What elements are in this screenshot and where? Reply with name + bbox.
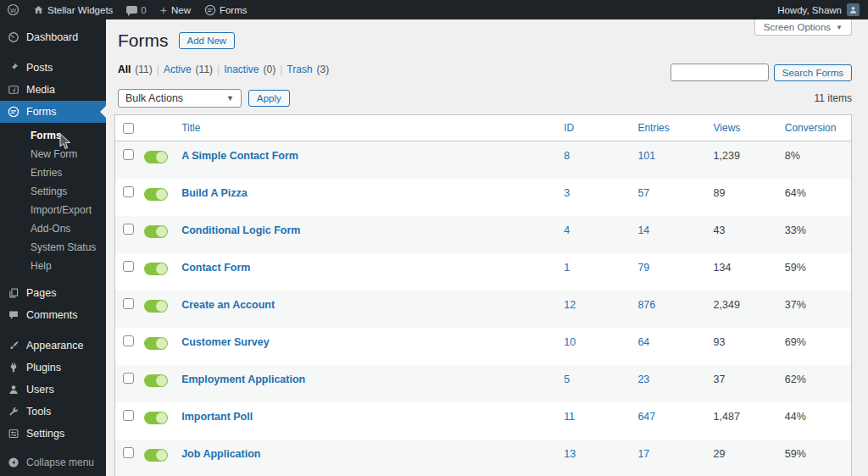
wrench-icon xyxy=(7,406,19,418)
row-checkbox[interactable] xyxy=(123,373,134,384)
site-name-menu[interactable]: Stellar Widgets xyxy=(26,0,120,19)
form-title-link[interactable]: Create an Account xyxy=(175,291,555,328)
form-id-link[interactable]: 4 xyxy=(564,224,570,236)
form-entries-link[interactable]: 23 xyxy=(637,374,649,385)
form-entries-link[interactable]: 64 xyxy=(637,336,649,348)
form-active-toggle[interactable] xyxy=(144,151,168,163)
screen-options-button[interactable]: Screen Options ▼ xyxy=(754,19,852,36)
row-checkbox[interactable] xyxy=(123,447,134,458)
column-header-entries[interactable]: Entries xyxy=(627,115,702,141)
form-id-link[interactable]: 11 xyxy=(564,411,575,423)
sidebar-item-plugins[interactable]: Plugins xyxy=(0,357,106,379)
form-active-toggle[interactable] xyxy=(144,374,168,387)
admin-bar: W Stellar Widgets 0 + New Forms Howdy, S… xyxy=(0,0,868,19)
sidebar-item-label: Media xyxy=(26,84,55,96)
sidebar-item-comments[interactable]: Comments xyxy=(0,304,106,326)
wordpress-logo-icon: W xyxy=(7,3,19,16)
search-input[interactable] xyxy=(670,64,769,81)
apply-button[interactable]: Apply xyxy=(248,90,290,107)
collapse-menu-button[interactable]: Collapse menu xyxy=(0,451,106,473)
sidebar-item-media[interactable]: Media xyxy=(0,79,106,101)
form-active-toggle[interactable] xyxy=(144,449,168,462)
sidebar-item-label: Comments xyxy=(26,309,77,321)
submenu-item-new-form[interactable]: New Form xyxy=(0,145,106,163)
row-checkbox[interactable] xyxy=(123,149,134,160)
select-all-checkbox[interactable] xyxy=(123,123,134,134)
form-id-link[interactable]: 13 xyxy=(564,448,576,460)
form-id-link[interactable]: 12 xyxy=(564,299,576,311)
new-content-menu[interactable]: + New xyxy=(153,0,198,19)
sidebar-item-users[interactable]: Users xyxy=(0,379,106,401)
sidebar-item-label: Forms xyxy=(26,106,56,118)
row-checkbox[interactable] xyxy=(123,261,134,272)
row-checkbox[interactable] xyxy=(123,410,134,421)
filter-all[interactable]: All xyxy=(118,64,131,75)
comment-bubble-icon xyxy=(126,6,137,14)
form-active-toggle[interactable] xyxy=(144,300,168,313)
form-id-link[interactable]: 10 xyxy=(564,336,576,348)
account-menu[interactable]: Howdy, Shawn xyxy=(769,3,868,16)
column-header-views[interactable]: Views xyxy=(703,115,774,141)
submenu-item-add-ons[interactable]: Add-Ons xyxy=(0,219,106,238)
row-checkbox[interactable] xyxy=(123,186,134,197)
items-count: 11 items xyxy=(815,92,852,104)
form-title-link[interactable]: Important Poll xyxy=(175,402,555,440)
row-checkbox[interactable] xyxy=(123,298,134,309)
form-id-link[interactable]: 5 xyxy=(564,374,570,385)
filter-trash[interactable]: Trash xyxy=(287,64,312,75)
form-title-link[interactable]: Job Application xyxy=(175,440,555,476)
page-title: Forms xyxy=(118,30,169,51)
form-title-link[interactable]: Conditional Logic Form xyxy=(175,216,555,253)
sidebar-item-posts[interactable]: Posts xyxy=(0,57,106,79)
form-entries-link[interactable]: 17 xyxy=(637,448,649,460)
form-entries-link[interactable]: 79 xyxy=(637,262,649,274)
sidebar-item-forms[interactable]: Forms xyxy=(0,101,106,123)
add-new-button[interactable]: Add New xyxy=(179,32,236,49)
search-forms-button[interactable]: Search Forms xyxy=(774,64,852,81)
sidebar-item-settings[interactable]: Settings xyxy=(0,423,106,445)
form-active-toggle[interactable] xyxy=(144,188,168,201)
form-title-link[interactable]: Contact Form xyxy=(175,253,555,291)
sidebar-item-appearance[interactable]: Appearance xyxy=(0,335,106,357)
form-id-link[interactable]: 3 xyxy=(564,187,570,199)
wordpress-logo[interactable]: W xyxy=(0,0,26,19)
submenu-item-system-status[interactable]: System Status xyxy=(0,238,106,257)
sidebar-item-tools[interactable]: Tools xyxy=(0,401,106,423)
form-entries-link[interactable]: 57 xyxy=(637,187,649,199)
submenu-item-help[interactable]: Help xyxy=(0,257,106,275)
form-active-toggle[interactable] xyxy=(144,337,168,350)
table-header-row: Title ID Entries Views Conversion xyxy=(115,115,851,141)
column-header-title[interactable]: Title xyxy=(175,115,555,141)
form-title-link[interactable]: A Simple Contact Form xyxy=(175,141,555,179)
bulk-actions-select[interactable]: Bulk Actions ▼ xyxy=(118,89,242,108)
form-entries-link[interactable]: 876 xyxy=(637,299,655,311)
user-icon xyxy=(7,384,19,396)
submenu-item-settings[interactable]: Settings xyxy=(0,182,106,201)
admin-bar-forms-menu[interactable]: Forms xyxy=(198,0,254,19)
sidebar-item-pages[interactable]: Pages xyxy=(0,282,106,304)
sidebar-item-label: Users xyxy=(26,384,54,396)
column-header-conversion[interactable]: Conversion xyxy=(774,115,851,141)
form-active-toggle[interactable] xyxy=(144,412,168,424)
form-title-link[interactable]: Customer Survey xyxy=(175,328,555,365)
column-header-id[interactable]: ID xyxy=(555,115,627,141)
form-id-link[interactable]: 8 xyxy=(564,150,570,162)
form-active-toggle[interactable] xyxy=(144,263,168,275)
comments-menu[interactable]: 0 xyxy=(120,0,153,19)
form-title-link[interactable]: Build A Pizza xyxy=(175,179,555,216)
filter-active[interactable]: Active xyxy=(164,64,192,75)
form-entries-link[interactable]: 14 xyxy=(637,224,649,236)
sidebar-item-dashboard[interactable]: Dashboard xyxy=(0,26,106,48)
filter-inactive[interactable]: Inactive xyxy=(224,64,259,75)
form-id-link[interactable]: 1 xyxy=(564,262,570,274)
plus-icon: + xyxy=(160,4,167,16)
submenu-item-import-export[interactable]: Import/Export xyxy=(0,201,106,219)
row-checkbox[interactable] xyxy=(123,335,134,346)
row-checkbox[interactable] xyxy=(123,224,134,235)
submenu-item-forms[interactable]: Forms xyxy=(0,126,106,145)
form-entries-link[interactable]: 647 xyxy=(637,411,655,423)
form-title-link[interactable]: Employment Application xyxy=(175,365,555,402)
form-entries-link[interactable]: 101 xyxy=(637,150,655,162)
form-active-toggle[interactable] xyxy=(144,225,168,238)
submenu-item-entries[interactable]: Entries xyxy=(0,163,106,182)
